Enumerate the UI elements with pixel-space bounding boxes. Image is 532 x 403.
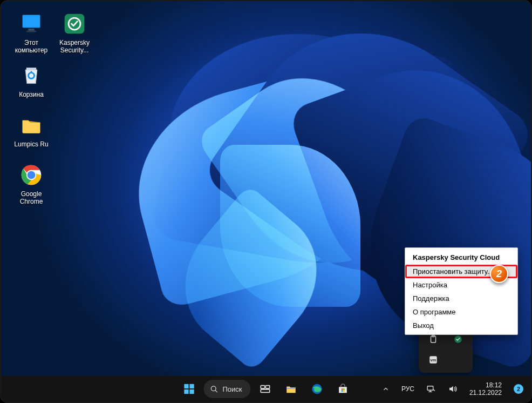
context-menu-item-exit[interactable]: Выход — [405, 319, 517, 332]
svg-line-19 — [215, 390, 217, 392]
svg-rect-28 — [342, 390, 343, 392]
desktop-icon-label: Google Chrome — [20, 190, 43, 205]
folder-icon — [18, 112, 44, 138]
desktop-icon-chrome[interactable]: Google Chrome — [11, 162, 52, 205]
svg-rect-22 — [261, 389, 270, 393]
svg-rect-0 — [23, 15, 40, 28]
desktop-icon-label: Этот компьютер — [15, 39, 48, 54]
tray-clock[interactable]: 18:12 21.12.2022 — [466, 378, 505, 400]
tray-network[interactable] — [423, 378, 439, 400]
notification-count-badge: 2 — [514, 384, 523, 394]
desktop-icon-lumpics[interactable]: Lumpics Ru — [11, 112, 52, 148]
svg-rect-3 — [26, 31, 36, 32]
start-button[interactable] — [178, 378, 200, 400]
context-menu-item-about[interactable]: О программе — [405, 305, 517, 319]
taskbar-search[interactable]: Поиск — [203, 380, 250, 398]
desktop-icon-this-pc[interactable]: Этот компьютер — [11, 11, 52, 54]
svg-rect-26 — [342, 388, 343, 390]
desktop-icon-recycle-bin[interactable]: Корзина — [11, 63, 52, 98]
taskbar-explorer[interactable] — [280, 378, 303, 400]
context-menu-item-support[interactable]: Поддержка — [405, 292, 517, 305]
desktop-icon-label: Lumpics Ru — [14, 140, 48, 148]
kaspersky-context-menu: Kaspersky Security Cloud Приостановить з… — [405, 247, 518, 335]
svg-rect-20 — [261, 386, 264, 389]
search-label: Поиск — [222, 385, 242, 393]
tray-chevron-up[interactable] — [379, 378, 393, 400]
svg-rect-30 — [427, 386, 433, 391]
svg-rect-17 — [189, 389, 194, 394]
clock-date: 21.12.2022 — [469, 389, 502, 397]
kaspersky-icon — [62, 11, 87, 37]
chevron-up-icon — [382, 385, 390, 393]
svg-rect-14 — [184, 384, 188, 388]
clock-time: 18:12 — [469, 381, 502, 389]
tray-volume[interactable] — [445, 378, 461, 400]
tray-item-vm[interactable]: vm — [422, 351, 444, 368]
tray-notifications[interactable]: 2 — [510, 378, 527, 400]
svg-rect-2 — [29, 29, 35, 31]
context-menu-title: Kaspersky Security Cloud — [405, 250, 517, 265]
taskbar-task-view[interactable] — [254, 378, 277, 400]
svg-rect-29 — [343, 390, 345, 392]
chrome-icon — [18, 162, 44, 188]
svg-point-18 — [211, 386, 216, 391]
svg-text:vm: vm — [431, 358, 436, 362]
volume-icon — [448, 384, 458, 394]
taskbar-store[interactable] — [332, 378, 354, 400]
search-icon — [210, 385, 218, 393]
recycle-bin-icon — [18, 63, 44, 89]
monitor-icon — [18, 11, 44, 37]
svg-rect-23 — [287, 388, 296, 389]
tray-language[interactable]: РУС — [398, 378, 418, 400]
desktop-icon-label: Корзина — [19, 91, 44, 98]
svg-rect-16 — [184, 389, 188, 394]
svg-rect-15 — [189, 384, 194, 388]
network-icon — [426, 384, 436, 394]
desktop-icon-label: Kaspersky Security... — [59, 39, 90, 54]
svg-rect-27 — [343, 388, 345, 390]
svg-rect-21 — [265, 386, 269, 389]
annotation-step-badge: 2 — [490, 265, 508, 283]
taskbar: Поиск РУС — [1, 376, 531, 402]
desktop-icon-kaspersky[interactable]: Kaspersky Security... — [54, 11, 95, 54]
taskbar-edge[interactable] — [306, 378, 329, 400]
